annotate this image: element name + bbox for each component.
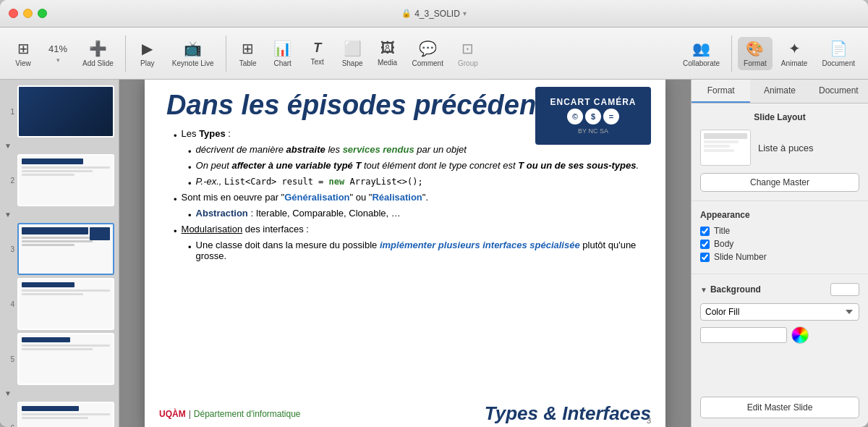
layout-thumbnail [700,130,751,166]
close-button[interactable] [9,9,18,18]
list-item: • P.-ex., List<Card> result = new ArrayL… [159,176,651,189]
keynote-live-button[interactable]: 📺 Keynote Live [166,37,220,70]
fullscreen-button[interactable] [38,9,47,18]
slide-layout-section: Slide Layout Liste à puces Change Master [692,103,868,201]
color-row [700,326,859,344]
section-arrow-2[interactable]: ▼ [4,209,114,220]
collaborate-button[interactable]: 👥 Collaborate [677,37,726,70]
add-slide-button[interactable]: ➕ Add Slide [77,37,119,70]
view-icon: ⊞ [17,40,30,57]
shape-icon: ⬜ [344,40,362,57]
footer-left: UQÀM | Département d'informatique [159,409,301,419]
list-item: 6 [4,402,114,427]
footer-uqam: UQÀM [159,409,186,419]
title-checkbox[interactable] [700,227,710,236]
animate-tab-button[interactable]: ✦ Animate [775,37,814,70]
body-checkbox[interactable] [700,240,710,249]
slide-thumbnail-2[interactable] [17,154,114,206]
cc-icon: © [567,109,583,124]
format-tab-button[interactable]: 🎨 Format [738,37,773,70]
chevron-down-icon: ▾ [463,9,467,17]
format-icon: 🎨 [746,40,764,57]
canvas-area: ENCART CAMÉRA © $ = BY NC SA Dans les ép… [119,80,691,427]
table-button[interactable]: ⊞ Table [232,37,264,70]
right-panel-tabs: Format Animate Document [692,80,868,103]
separator-3 [731,35,732,72]
list-item: 1 [4,85,114,138]
slide-thumbnail-4[interactable] [17,278,114,330]
appearance-section: Appearance Title Body Slide Number [692,201,868,274]
list-item: • décrivent de manière abstraite les ser… [159,144,651,157]
list-item: • Sont mis en oeuvre par "Généralisation… [159,192,651,205]
edit-master-slide-button[interactable]: Edit Master Slide [700,397,859,418]
slide-number-checkbox-label: Slide Number [714,252,767,262]
tab-document[interactable]: Document [809,80,868,103]
play-button[interactable]: ▶ Play [132,37,163,70]
nc-icon: $ [585,109,601,124]
slide-thumbnail-6[interactable] [17,402,114,427]
slide-thumbnail-5[interactable] [17,333,114,385]
chart-button[interactable]: 📊 Chart [267,37,299,70]
app-window: 🔒 4_3_SOLID ▾ ⊞ View 41% ▾ ➕ Add Slide ▶… [0,0,868,427]
logo-text: ENCART CAMÉRA [550,97,637,107]
nd-icon: = [603,109,619,124]
slide-footer: UQÀM | Département d'informatique Types … [159,402,651,425]
footer-dept: Département d'informatique [194,409,301,419]
slide-panel: 1 ▼ 2 ▼ 3 [0,80,119,427]
table-icon: ⊞ [242,40,254,57]
checkbox-row-body: Body [700,239,859,249]
comment-button[interactable]: 💬 Comment [407,37,449,70]
slide-logo: ENCART CAMÉRA © $ = BY NC SA [535,87,651,145]
background-color-swatch[interactable] [830,283,859,296]
slide-body: • Les Types : • décrivent de manière abs… [145,128,665,261]
tab-animate[interactable]: Animate [750,80,809,103]
group-button[interactable]: ⊡ Group [452,37,484,70]
collaborate-icon: 👥 [692,40,710,57]
comment-icon: 💬 [419,40,437,57]
minimize-button[interactable] [23,9,33,18]
footer-page: 3 [647,416,651,425]
cc-icons: © $ = [567,109,619,124]
play-icon: ▶ [142,40,153,57]
color-fill-select[interactable]: Color Fill [700,303,859,321]
slide-thumbnail-1[interactable] [17,85,114,138]
right-panel: Format Animate Document Slide Layout Lis… [691,80,868,427]
list-item: 2 [4,154,114,206]
animate-icon: ✦ [788,40,801,57]
section-arrow[interactable]: ▼ [4,140,114,151]
group-icon: ⊡ [461,40,474,57]
slide-thumbnail-3[interactable] [17,223,114,275]
text-icon: T [313,41,321,56]
add-slide-icon: ➕ [89,40,107,57]
list-item: • Une classe doit dans la mesure du poss… [159,240,651,261]
chart-icon: 📊 [273,40,292,57]
text-button[interactable]: T Text [302,38,333,69]
slide-layout-title: Slide Layout [700,112,859,122]
footer-topic: Types & Interfaces [485,402,651,425]
titlebar: 🔒 4_3_SOLID ▾ [0,0,868,28]
zoom-button[interactable]: 41% ▾ [42,41,74,67]
separator-2 [226,35,226,72]
title-checkbox-label: Title [714,226,730,236]
tab-format[interactable]: Format [692,80,750,103]
shape-button[interactable]: ⬜ Shape [336,37,369,70]
slide-number-checkbox[interactable] [700,253,710,262]
list-item: 3 [4,223,114,275]
list-item: • On peut affecter à une variable typé T… [159,160,651,173]
background-title: Background [710,284,761,295]
section-arrow-3[interactable]: ▼ [4,388,114,399]
change-master-button[interactable]: Change Master [700,173,859,192]
media-button[interactable]: 🖼 Media [372,37,404,69]
zoom-value: 41% [48,43,67,54]
footer-separator: | [189,409,191,419]
list-item: • Abstraction : Iterable, Comparable, Cl… [159,208,651,221]
view-button[interactable]: ⊞ View [7,37,39,70]
color-bar[interactable] [700,327,787,343]
color-wheel-button[interactable] [791,326,809,344]
background-section: ▼ Background Color Fill [692,274,868,352]
appearance-title: Appearance [700,210,859,220]
background-collapse-arrow[interactable]: ▼ [700,286,707,294]
separator-1 [125,35,126,72]
document-tab-button[interactable]: 📄 Document [816,37,861,70]
window-title: 🔒 4_3_SOLID ▾ [401,9,467,19]
